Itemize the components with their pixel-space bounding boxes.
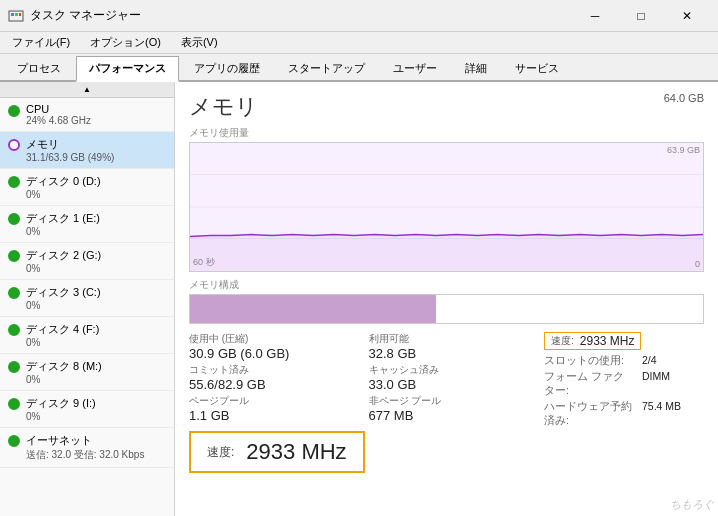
- sidebar-scroll-up[interactable]: ▲: [0, 82, 174, 98]
- slots-label: スロットの使用:: [544, 354, 634, 368]
- sidebar: ▲ CPU 24% 4.68 GHz メモリ 31.1/63.9 GB (49%…: [0, 82, 175, 516]
- hardware-row: ハードウェア予約済み: 75.4 MB: [544, 400, 704, 428]
- cached-value: 33.0 GB: [369, 377, 537, 392]
- sidebar-item-cpu[interactable]: CPU 24% 4.68 GHz: [0, 98, 174, 132]
- app-icon: [8, 8, 24, 24]
- disk2-sub: 0%: [26, 263, 166, 274]
- main-content: ▲ CPU 24% 4.68 GHz メモリ 31.1/63.9 GB (49%…: [0, 82, 718, 516]
- disk1-dot: [8, 213, 20, 225]
- memory-sub: 31.1/63.9 GB (49%): [26, 152, 166, 163]
- cached-label: キャッシュ済み: [369, 363, 537, 377]
- svg-rect-2: [15, 13, 18, 16]
- disk3-label: ディスク 3 (C:): [26, 285, 166, 300]
- title-bar: タスク マネージャー ─ □ ✕: [0, 0, 718, 32]
- nonpage-value: 677 MB: [369, 408, 537, 423]
- disk3-dot: [8, 287, 20, 299]
- disk0-sub: 0%: [26, 189, 166, 200]
- sidebar-item-disk0[interactable]: ディスク 0 (D:) 0%: [0, 169, 174, 206]
- stat-used: 使用中 (圧縮) 30.9 GB (6.0 GB): [189, 332, 357, 361]
- stat-available: 利用可能 32.8 GB: [369, 332, 537, 361]
- sidebar-item-disk4[interactable]: ディスク 4 (F:) 0%: [0, 317, 174, 354]
- memory-composition: [189, 294, 704, 324]
- svg-rect-1: [11, 13, 14, 16]
- svg-marker-7: [190, 235, 703, 271]
- stat-pagepooled: ページプール 1.1 GB: [189, 394, 357, 423]
- disk1-sub: 0%: [26, 226, 166, 237]
- memory-status-dot: [8, 139, 20, 151]
- disk8-sub: 0%: [26, 374, 166, 385]
- tab-services[interactable]: サービス: [502, 56, 572, 80]
- stat-committed: コミット済み 55.6/82.9 GB: [189, 363, 357, 392]
- tab-bar: プロセス パフォーマンス アプリの履歴 スタートアップ ユーザー 詳細 サービス: [0, 54, 718, 82]
- speed-inline-row: 速度: 2933 MHz: [544, 332, 704, 350]
- disk4-label: ディスク 4 (F:): [26, 322, 166, 337]
- sidebar-item-disk3[interactable]: ディスク 3 (C:) 0%: [0, 280, 174, 317]
- speed-highlight-label: 速度:: [207, 444, 234, 461]
- tab-startup[interactable]: スタートアップ: [275, 56, 378, 80]
- used-label: 使用中 (圧縮): [189, 332, 357, 346]
- window-title: タスク マネージャー: [30, 7, 572, 24]
- graph-svg: [190, 143, 703, 271]
- window-controls: ─ □ ✕: [572, 0, 710, 32]
- committed-value: 55.6/82.9 GB: [189, 377, 357, 392]
- disk8-dot: [8, 361, 20, 373]
- tab-detail[interactable]: 詳細: [452, 56, 500, 80]
- disk2-dot: [8, 250, 20, 262]
- slots-row: スロットの使用: 2/4: [544, 354, 704, 368]
- tab-users[interactable]: ユーザー: [380, 56, 450, 80]
- speed-inline-box: 速度: 2933 MHz: [544, 332, 641, 350]
- stats-section: 使用中 (圧縮) 30.9 GB (6.0 GB) 利用可能 32.8 GB コ…: [189, 332, 704, 473]
- disk8-label: ディスク 8 (M:): [26, 359, 166, 374]
- hardware-value: 75.4 MB: [642, 400, 681, 428]
- slots-value: 2/4: [642, 354, 657, 368]
- stat-cached: キャッシュ済み 33.0 GB: [369, 363, 537, 392]
- form-value: DIMM: [642, 370, 670, 398]
- memory-graph: 63.9 GB 60 秒 0: [189, 142, 704, 272]
- minimize-button[interactable]: ─: [572, 0, 618, 32]
- disk9-dot: [8, 398, 20, 410]
- disk2-label: ディスク 2 (G:): [26, 248, 166, 263]
- sidebar-item-memory[interactable]: メモリ 31.1/63.9 GB (49%): [0, 132, 174, 169]
- speed-value: 2933 MHz: [580, 334, 635, 348]
- tab-performance[interactable]: パフォーマンス: [76, 56, 179, 82]
- pagepooled-value: 1.1 GB: [189, 408, 357, 423]
- composition-free: [436, 295, 703, 323]
- content-header: メモリ 64.0 GB: [189, 92, 704, 122]
- total-memory: 64.0 GB: [664, 92, 704, 104]
- available-label: 利用可能: [369, 332, 537, 346]
- disk9-sub: 0%: [26, 411, 166, 422]
- stat-nonpage: 非ページ プール 677 MB: [369, 394, 537, 423]
- ethernet-sub: 送信: 32.0 受信: 32.0 Kbps: [26, 448, 166, 462]
- used-value: 30.9 GB (6.0 GB): [189, 346, 357, 361]
- tab-app-history[interactable]: アプリの履歴: [181, 56, 273, 80]
- sidebar-item-disk9[interactable]: ディスク 9 (I:) 0%: [0, 391, 174, 428]
- ethernet-dot: [8, 435, 20, 447]
- close-button[interactable]: ✕: [664, 0, 710, 32]
- menu-view[interactable]: 表示(V): [173, 33, 226, 52]
- maximize-button[interactable]: □: [618, 0, 664, 32]
- nonpage-label: 非ページ プール: [369, 394, 537, 408]
- cpu-label: CPU: [26, 103, 166, 115]
- stats-left: 使用中 (圧縮) 30.9 GB (6.0 GB) 利用可能 32.8 GB コ…: [189, 332, 536, 473]
- disk1-label: ディスク 1 (E:): [26, 211, 166, 226]
- memory-graph-section: メモリ使用量 63.9 GB 60 秒 0: [189, 126, 704, 272]
- composition-used: [190, 295, 436, 323]
- tab-process[interactable]: プロセス: [4, 56, 74, 80]
- disk3-sub: 0%: [26, 300, 166, 311]
- committed-label: コミット済み: [189, 363, 357, 377]
- sidebar-item-disk1[interactable]: ディスク 1 (E:) 0%: [0, 206, 174, 243]
- menu-file[interactable]: ファイル(F): [4, 33, 78, 52]
- svg-rect-3: [19, 13, 21, 16]
- sidebar-item-ethernet[interactable]: イーサネット 送信: 32.0 受信: 32.0 Kbps: [0, 428, 174, 468]
- ethernet-label: イーサネット: [26, 433, 166, 448]
- cpu-sub: 24% 4.68 GHz: [26, 115, 166, 126]
- sidebar-item-disk8[interactable]: ディスク 8 (M:) 0%: [0, 354, 174, 391]
- menu-options[interactable]: オプション(O): [82, 33, 169, 52]
- watermark: ちもろぐ: [670, 497, 714, 512]
- speed-highlight-value: 2933 MHz: [246, 439, 346, 465]
- form-row: フォーム ファクター: DIMM: [544, 370, 704, 398]
- sidebar-item-disk2[interactable]: ディスク 2 (G:) 0%: [0, 243, 174, 280]
- graph-label: メモリ使用量: [189, 126, 704, 140]
- memory-label: メモリ: [26, 137, 166, 152]
- disk0-dot: [8, 176, 20, 188]
